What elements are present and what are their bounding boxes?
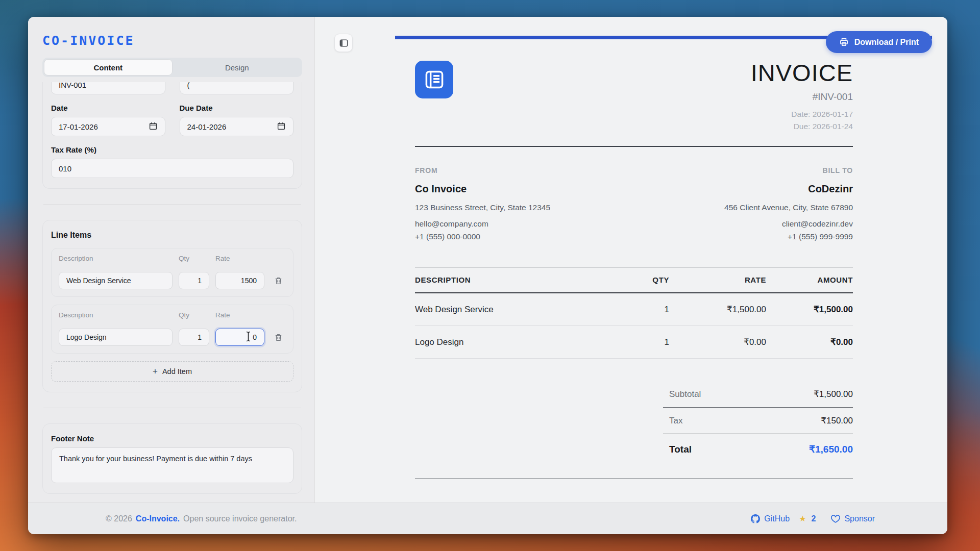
tab-content[interactable]: Content [44,59,173,76]
tax-label: Tax [669,416,682,426]
description-column-label: Description [59,311,173,319]
desktop: { "app": { "logo": "CO-INVOICE", "tabs":… [0,0,980,551]
download-print-button[interactable]: Download / Print [826,31,932,53]
item-rate-input[interactable]: 1500 [215,272,264,289]
star-count: 2 [812,514,816,523]
brand-link[interactable]: Co-Invoice. [136,514,180,523]
table-row: Web Design Service 1 ₹1,500.00 ₹1,500.00 [415,293,853,326]
bill-to-address: 456 Client Avenue, City, State 67890 [724,203,853,212]
section-divider [43,204,301,205]
date-input[interactable]: 17-01-2026 [51,117,165,136]
item-description-value: Web Design Service [66,277,131,285]
col-qty: QTY [608,276,669,284]
tax-value: ₹150.00 [821,415,853,426]
footer-note-label: Footer Note [51,434,293,443]
invoice-date: Date: 2026-01-17 [751,108,853,120]
item-qty-input[interactable]: 1 [179,329,209,346]
preview-pane: Download / Print INVOICE #INV-001 [315,17,947,503]
rate-column-label: Rate [215,311,264,319]
line-items-card: Line Items Description Qty Rate Web Desi… [42,220,302,392]
cell-rate: ₹1,500.00 [669,304,766,315]
line-item-row: Description Qty Rate Web Design Service … [51,248,293,297]
tax-rate-value: 010 [59,164,71,173]
date-label: Date [51,104,165,112]
currency-input[interactable]: ( [180,82,294,94]
invoice-bottom-rule [415,479,853,479]
from-address: 123 Business Street, City, State 12345 [415,203,550,212]
invoice-table-header: DESCRIPTION QTY RATE AMOUNT [415,267,853,293]
company-logo [415,61,453,98]
delete-item-button[interactable] [271,329,286,346]
invoice-totals: Subtotal ₹1,500.00 Tax ₹150.00 Total ₹1,… [663,381,853,464]
invoice-due: Due: 2026-01-24 [751,120,853,133]
sponsor-link[interactable]: Sponsor [831,514,875,523]
copyright-text: © 2026 [106,514,132,523]
github-link[interactable]: GitHub [751,514,790,523]
tax-rate-input[interactable]: 010 [51,159,293,178]
text-cursor-icon [245,331,252,344]
qty-column-label: Qty [179,255,209,262]
col-description: DESCRIPTION [415,276,608,284]
description-column-label: Description [59,255,173,262]
col-rate: RATE [669,276,766,284]
cell-qty: 1 [608,305,669,315]
tab-switcher: Content Design [42,58,302,77]
tax-rate-label: Tax Rate (%) [51,145,293,154]
cell-description: Web Design Service [415,305,608,315]
total-row: Total ₹1,650.00 [663,434,853,464]
delete-item-button[interactable] [271,272,286,289]
from-block: FROM Co Invoice 123 Business Street, Cit… [415,166,550,241]
invoice-number-input[interactable]: INV-001 [51,82,165,94]
section-divider [43,408,301,408]
panel-left-icon [339,38,349,48]
invoice-details-card: INV-001 ( Date 17-01-2026 [42,82,302,189]
item-description-input[interactable]: Web Design Service [59,272,173,289]
invoice-title: INVOICE [751,61,853,85]
add-item-button[interactable]: + Add Item [51,361,293,382]
sponsor-label: Sponsor [844,514,875,523]
col-amount: AMOUNT [766,276,853,284]
from-email: hello@company.com [415,219,550,229]
item-description-input[interactable]: Logo Design [59,329,173,346]
status-bar: © 2026 Co-Invoice. Open source invoice g… [28,503,947,534]
line-items-title: Line Items [51,231,293,240]
invoice-number: #INV-001 [751,91,853,103]
total-value: ₹1,650.00 [809,443,853,455]
currency-partial-value: ( [187,82,190,89]
item-qty-input[interactable]: 1 [179,272,209,289]
form-scroll-area[interactable]: INV-001 ( Date 17-01-2026 [42,82,302,503]
subtotal-row: Subtotal ₹1,500.00 [663,381,853,407]
add-item-label: Add Item [162,367,192,375]
star-icon: ★ [799,514,806,523]
invoice-number-value: INV-001 [59,82,86,89]
table-row: Logo Design 1 ₹0.00 ₹0.00 [415,326,853,359]
cell-rate: ₹0.00 [669,337,766,347]
tab-design[interactable]: Design [174,59,301,76]
calendar-icon[interactable] [149,121,158,132]
tagline-text: Open source invoice generator. [183,514,297,523]
item-rate-value: 0 [253,333,257,341]
due-date-input[interactable]: 24-01-2026 [180,117,294,136]
heart-icon [831,514,840,523]
trash-icon [274,333,283,342]
due-date-value: 24-01-2026 [187,122,227,131]
cell-qty: 1 [608,337,669,347]
rate-column-label: Rate [215,255,264,262]
bill-to-email: client@codezinr.dev [724,219,853,229]
cell-description: Logo Design [415,337,608,347]
item-qty-value: 1 [198,277,202,285]
app-window: CO-INVOICE Content Design INV-001 ( Date [28,17,947,534]
plus-icon: + [153,366,158,377]
footer-note-value: Thank you for your business! Payment is … [59,455,252,463]
item-rate-input-focused[interactable]: 0 [215,329,264,346]
collapse-sidebar-button[interactable] [334,34,353,52]
bill-to-block: BILL TO CoDezinr 456 Client Avenue, City… [724,166,853,241]
item-rate-value: 1500 [241,277,257,285]
footer-note-textarea[interactable]: Thank you for your business! Payment is … [51,447,293,483]
footer-note-card: Footer Note Thank you for your business!… [42,423,302,494]
bill-to-heading: BILL TO [724,166,853,174]
calendar-icon[interactable] [277,121,286,132]
subtotal-label: Subtotal [669,389,701,399]
bill-to-phone: +1 (555) 999-9999 [724,232,853,241]
subtotal-value: ₹1,500.00 [814,389,853,399]
